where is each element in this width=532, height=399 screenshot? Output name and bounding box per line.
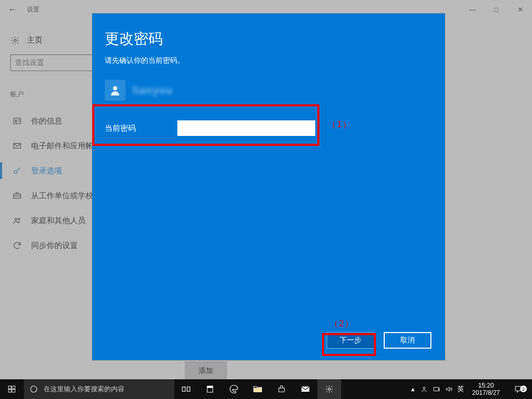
taskbar-edge[interactable] xyxy=(222,379,246,399)
folder-icon xyxy=(253,384,263,394)
notification-count: 2 xyxy=(520,386,527,392)
volume-icon[interactable] xyxy=(445,385,453,393)
svg-point-0 xyxy=(14,39,17,42)
app-icon xyxy=(205,384,215,394)
person-icon xyxy=(109,84,121,97)
cortana-search[interactable]: 在这里输入你要搜索的内容 xyxy=(24,379,174,399)
start-button[interactable] xyxy=(0,379,24,399)
svg-point-22 xyxy=(328,388,331,391)
home-label: 主页 xyxy=(27,35,43,45)
user-row: lianyou xyxy=(105,80,432,101)
key-icon xyxy=(12,166,22,175)
taskbar-app-1[interactable] xyxy=(198,379,222,399)
mail-icon xyxy=(12,141,22,150)
user-name: lianyou xyxy=(133,85,173,97)
briefcase-icon xyxy=(12,191,22,200)
svg-rect-24 xyxy=(433,388,438,391)
date: 2017/8/27 xyxy=(472,389,500,396)
gear-icon xyxy=(325,384,334,394)
person-card-icon xyxy=(12,116,22,126)
taskbar-mail[interactable] xyxy=(293,379,317,399)
svg-point-4 xyxy=(15,120,17,121)
annotation-1: （1） xyxy=(328,119,352,130)
action-center[interactable]: 2 xyxy=(508,384,529,394)
svg-rect-17 xyxy=(187,387,190,391)
system-tray: ▲ 英 15:20 2017/8/27 2 xyxy=(410,382,532,396)
window-title: 设置 xyxy=(25,5,39,14)
current-password-label: 当前密码 xyxy=(105,123,172,133)
back-button[interactable]: ← xyxy=(0,4,25,15)
nav-label: 电子邮件和应用帐户 xyxy=(31,141,101,151)
task-view-icon xyxy=(181,384,191,394)
next-button[interactable]: 下一步 xyxy=(327,332,374,349)
dialog-buttons: 下一步 取消 xyxy=(327,332,431,349)
taskbar-store[interactable] xyxy=(270,379,293,399)
add-button[interactable]: 添加 xyxy=(185,362,227,379)
nav-label: 登录选项 xyxy=(31,166,62,176)
svg-point-6 xyxy=(14,170,17,173)
current-password-input[interactable] xyxy=(177,120,315,136)
svg-rect-12 xyxy=(12,386,15,389)
time: 15:20 xyxy=(472,382,500,389)
svg-rect-3 xyxy=(13,118,21,124)
edge-icon xyxy=(229,384,239,394)
svg-point-23 xyxy=(423,387,425,389)
annotation-2: （2） xyxy=(330,319,354,329)
nav-label: 你的信息 xyxy=(31,116,62,126)
dialog-title: 更改密码 xyxy=(105,29,432,49)
svg-rect-14 xyxy=(12,390,15,392)
svg-point-15 xyxy=(31,386,37,392)
svg-rect-5 xyxy=(13,144,21,148)
svg-rect-11 xyxy=(8,386,11,389)
svg-point-10 xyxy=(113,86,117,90)
search-placeholder: 查找设置 xyxy=(15,58,44,67)
tray-overflow[interactable]: ▲ xyxy=(410,386,416,392)
mail-icon xyxy=(300,384,311,394)
people-icon xyxy=(12,216,22,225)
taskbar: 在这里输入你要搜索的内容 ▲ 英 15:20 2017/8/27 2 xyxy=(0,379,532,399)
network-icon[interactable] xyxy=(432,385,441,393)
svg-rect-16 xyxy=(183,387,186,391)
window-controls: ― □ ✕ xyxy=(460,0,532,19)
task-view-button[interactable] xyxy=(174,379,198,399)
cancel-button[interactable]: 取消 xyxy=(384,332,431,349)
close-button[interactable]: ✕ xyxy=(508,0,532,19)
svg-rect-21 xyxy=(302,387,310,392)
taskbar-explorer[interactable] xyxy=(246,379,270,399)
current-password-row: 当前密码 xyxy=(105,120,432,136)
taskbar-settings[interactable] xyxy=(317,379,341,399)
gear-icon xyxy=(10,36,20,45)
people-tray-icon[interactable] xyxy=(420,385,428,393)
change-password-dialog: 更改密码 请先确认你的当前密码。 lianyou 当前密码 下一步 取消 xyxy=(92,13,445,360)
svg-rect-19 xyxy=(207,386,213,388)
ime-indicator[interactable]: 英 xyxy=(457,384,464,394)
cortana-placeholder: 在这里输入你要搜索的内容 xyxy=(44,384,124,394)
svg-rect-20 xyxy=(254,388,262,392)
windows-icon xyxy=(8,385,16,393)
svg-rect-13 xyxy=(8,390,11,392)
nav-label: 家庭和其他人员 xyxy=(31,216,86,226)
clock[interactable]: 15:20 2017/8/27 xyxy=(468,382,504,396)
svg-point-9 xyxy=(18,218,20,220)
maximize-button[interactable]: □ xyxy=(484,0,508,19)
nav-label: 同步你的设置 xyxy=(31,241,78,251)
svg-point-8 xyxy=(15,218,18,221)
cortana-icon xyxy=(29,384,38,394)
avatar xyxy=(105,80,125,101)
sync-icon xyxy=(12,241,22,250)
store-icon xyxy=(277,384,286,394)
minimize-button[interactable]: ― xyxy=(460,0,484,19)
dialog-subtitle: 请先确认你的当前密码。 xyxy=(105,56,432,65)
